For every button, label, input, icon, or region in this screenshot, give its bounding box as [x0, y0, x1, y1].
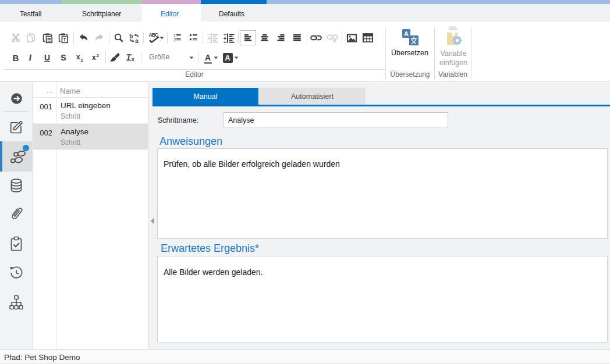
svg-text:ABC: ABC	[149, 32, 159, 38]
svg-text:x: x	[92, 53, 96, 62]
svg-text:2: 2	[173, 37, 176, 42]
svg-text:b: b	[129, 33, 133, 39]
svg-text:x: x	[76, 53, 80, 61]
svg-text:a: a	[135, 37, 139, 43]
svg-text:A: A	[404, 30, 409, 37]
svg-text:2: 2	[81, 58, 84, 63]
svg-text:2: 2	[97, 53, 100, 58]
